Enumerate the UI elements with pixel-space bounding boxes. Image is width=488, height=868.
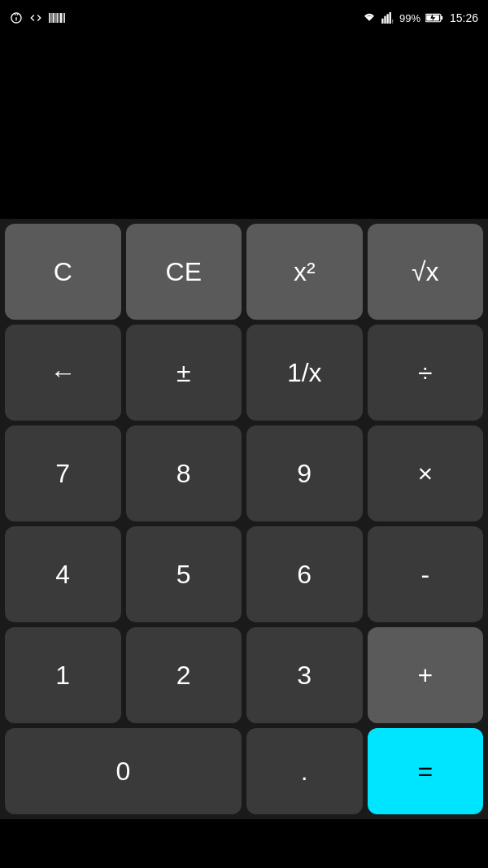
- svg-rect-11: [386, 14, 388, 24]
- svg-rect-15: [441, 16, 442, 20]
- button-8[interactable]: 8: [126, 425, 242, 521]
- button-0[interactable]: 0: [5, 728, 242, 814]
- button-1[interactable]: 1: [5, 627, 121, 723]
- signal-icon: !: [381, 12, 394, 24]
- button-x2[interactable]: x²: [246, 224, 363, 320]
- button-5[interactable]: 5: [126, 526, 242, 622]
- button-minus[interactable]: -: [368, 526, 484, 622]
- button-6[interactable]: 6: [246, 526, 363, 622]
- button-7[interactable]: 7: [5, 425, 121, 521]
- button-divide[interactable]: ÷: [368, 325, 484, 421]
- button-9[interactable]: 9: [246, 425, 363, 521]
- svg-rect-12: [389, 12, 390, 24]
- button-multiply[interactable]: ×: [368, 425, 484, 521]
- svg-rect-3: [55, 13, 56, 23]
- svg-rect-2: [53, 13, 54, 23]
- battery-percent: 99%: [399, 12, 420, 24]
- status-left-icons: [10, 11, 65, 24]
- status-bar: ! 99% 15:26: [0, 0, 488, 36]
- button-reciprocal[interactable]: 1/x: [246, 325, 363, 421]
- usb-icon: [10, 11, 23, 24]
- button-plus[interactable]: +: [368, 627, 484, 723]
- svg-rect-9: [381, 19, 383, 24]
- button-sqrt[interactable]: √x: [368, 224, 484, 320]
- battery-icon: [425, 12, 443, 24]
- button-2[interactable]: 2: [126, 627, 242, 723]
- svg-text:!: !: [392, 18, 394, 24]
- button-plusminus[interactable]: ±: [126, 325, 242, 421]
- time-display: 15:26: [450, 11, 478, 24]
- svg-rect-7: [63, 13, 63, 23]
- button-backspace[interactable]: ←: [5, 325, 121, 421]
- button-equals[interactable]: =: [368, 728, 484, 814]
- svg-rect-1: [51, 13, 52, 23]
- svg-rect-0: [49, 13, 50, 23]
- status-right-icons: ! 99% 15:26: [362, 11, 478, 24]
- button-4[interactable]: 4: [5, 526, 121, 622]
- display-area: [0, 36, 488, 219]
- svg-rect-6: [60, 13, 62, 23]
- code-icon: [29, 11, 42, 24]
- barcode-icon: [49, 11, 65, 24]
- button-3[interactable]: 3: [246, 627, 363, 723]
- svg-rect-5: [59, 13, 59, 23]
- svg-rect-4: [57, 13, 59, 23]
- button-c[interactable]: C: [5, 224, 121, 320]
- calculator-grid: C CE x² √x ← ± 1/x ÷ 7 8 9 × 4 5 6 - 1 2…: [0, 219, 488, 819]
- button-ce[interactable]: CE: [126, 224, 242, 320]
- wifi-icon: [362, 12, 377, 24]
- svg-rect-10: [384, 16, 386, 24]
- button-decimal[interactable]: .: [246, 728, 363, 814]
- svg-rect-8: [64, 13, 65, 23]
